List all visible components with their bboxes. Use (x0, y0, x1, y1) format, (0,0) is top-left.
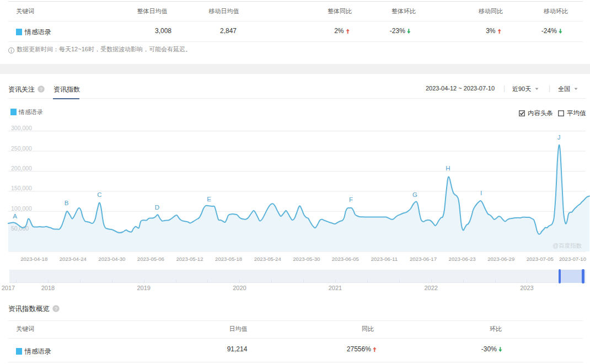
svg-text:100,000: 100,000 (11, 205, 32, 212)
svg-text:2023-04-24: 2023-04-24 (60, 256, 87, 262)
svg-text:E: E (207, 196, 211, 202)
svg-text:2023-05-12: 2023-05-12 (176, 256, 203, 262)
svg-text:@百度指数: @百度指数 (553, 242, 582, 249)
svg-text:G: G (412, 191, 417, 198)
svg-text:2023-05-06: 2023-05-06 (137, 256, 164, 262)
svg-text:2023-05-18: 2023-05-18 (215, 256, 242, 262)
svg-text:J: J (557, 134, 561, 141)
svg-text:I: I (480, 190, 482, 196)
svg-text:2023-06-17: 2023-06-17 (410, 256, 437, 262)
svg-text:2023-07-05: 2023-07-05 (527, 256, 554, 262)
svg-text:2023-06-29: 2023-06-29 (487, 256, 514, 262)
svg-text:200,000: 200,000 (11, 165, 32, 172)
svg-text:?: ? (55, 306, 57, 312)
svg-text:?: ? (40, 87, 42, 92)
svg-text:2023-05-24: 2023-05-24 (254, 256, 282, 262)
svg-text:2023-07-10: 2023-07-10 (559, 256, 586, 262)
svg-text:2023-05-30: 2023-05-30 (293, 256, 320, 262)
svg-text:300,000: 300,000 (11, 125, 32, 131)
svg-text:2023-06-23: 2023-06-23 (449, 256, 476, 262)
svg-text:B: B (65, 200, 69, 206)
svg-text:2023-06-11: 2023-06-11 (371, 256, 398, 262)
svg-text:2023-04-30: 2023-04-30 (98, 256, 125, 262)
svg-text:2023-06-05: 2023-06-05 (332, 256, 359, 262)
svg-text:250,000: 250,000 (11, 145, 32, 152)
svg-text:D: D (155, 204, 159, 211)
svg-text:2023-04-18: 2023-04-18 (20, 256, 47, 262)
svg-text:150,000: 150,000 (11, 185, 32, 191)
svg-text:F: F (349, 196, 353, 203)
svg-text:H: H (446, 165, 450, 172)
svg-text:C: C (97, 191, 101, 198)
svg-text:A: A (13, 213, 17, 220)
